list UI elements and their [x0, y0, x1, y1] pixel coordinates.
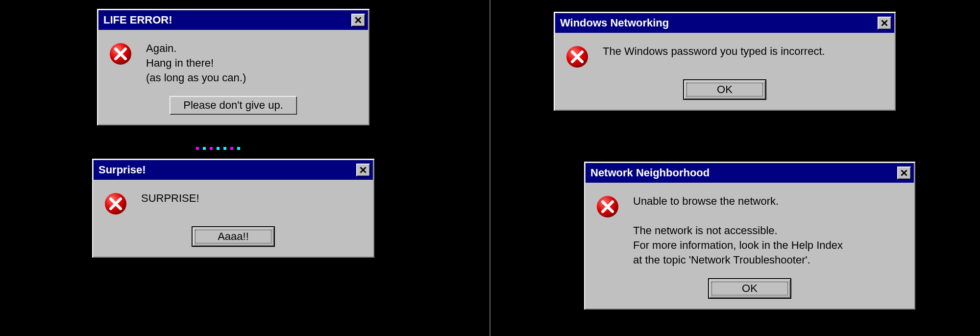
action-button[interactable]: OK — [683, 79, 766, 100]
titlebar[interactable]: Network Neighborhood — [586, 163, 914, 183]
action-button[interactable]: Aaaa!! — [192, 226, 275, 247]
vertical-divider — [490, 0, 490, 336]
titlebar[interactable]: LIFE ERROR! — [98, 10, 368, 30]
message-text: Again. Hang in there! (as long as you ca… — [146, 41, 246, 85]
title-text: LIFE ERROR! — [103, 14, 172, 26]
error-icon — [565, 45, 589, 69]
title-text: Surprise! — [98, 164, 146, 176]
action-button[interactable]: OK — [708, 278, 791, 299]
message-text: Unable to browse the network. The networ… — [633, 194, 843, 267]
action-button[interactable]: Please don't give up. — [170, 96, 297, 115]
titlebar[interactable]: Surprise! — [94, 160, 373, 180]
close-button[interactable] — [878, 17, 891, 29]
title-text: Network Neighborhood — [590, 167, 710, 179]
error-icon — [109, 42, 132, 66]
decorative-dots — [196, 147, 240, 152]
dialog-windows-networking: Windows Networking The Windows password … — [553, 11, 897, 112]
close-button[interactable] — [897, 167, 911, 179]
error-icon — [104, 192, 127, 216]
close-button[interactable] — [356, 164, 370, 176]
titlebar[interactable]: Windows Networking — [555, 13, 894, 33]
title-text: Windows Networking — [560, 17, 669, 29]
error-icon — [596, 195, 619, 218]
close-button[interactable] — [351, 14, 365, 26]
message-text: The Windows password you typed is incorr… — [603, 44, 825, 59]
dialog-life-error: LIFE ERROR! Again. Hang in there! (as lo… — [96, 8, 370, 126]
dialog-network-neighborhood: Network Neighborhood Unable to browse th… — [583, 161, 916, 311]
message-text: SURPRISE! — [141, 191, 199, 206]
dialog-surprise: Surprise! SURPRISE! Aaaa!! — [91, 158, 375, 259]
